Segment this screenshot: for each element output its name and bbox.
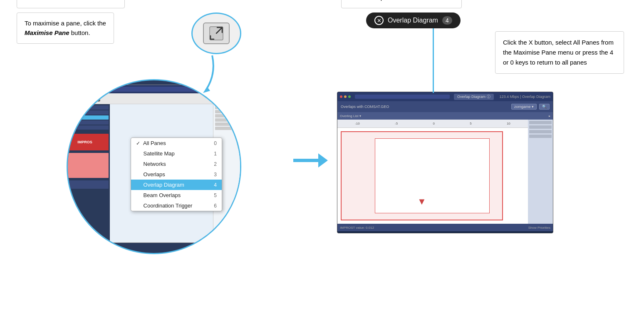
right-scr-toolbar: Overlaps with COMSAT.GEO zomgame ▾ 🔍 xyxy=(337,101,553,112)
right-scr-footer: IMPROST value: 0.012 Show Priorities xyxy=(337,224,553,231)
arrow-right-center xyxy=(291,146,329,177)
callout-bold-italic: Maximise Pane xyxy=(25,29,69,36)
right-scr-subbar: Overling List ▾ ▸ xyxy=(337,112,553,120)
callout-right-text: Click the X button, select All Panes fro… xyxy=(503,39,614,66)
maximise-icon-svg xyxy=(209,26,224,41)
dropdown-item-satellite[interactable]: ✓ Satellite Map 1 xyxy=(131,148,222,159)
callout-line1: To maximise a pane, click the xyxy=(25,20,106,27)
right-sidebar-mini xyxy=(528,120,553,224)
badge-label: Overlap Diagram xyxy=(388,17,438,24)
dropdown-item-overlaps[interactable]: ✓ Overlaps 3 xyxy=(131,169,222,180)
screenshot-inner: ℹ DC IMPROS xyxy=(68,80,240,253)
dropdown-item-beam-overlaps[interactable]: ✓ Beam Overlaps 5 xyxy=(131,190,222,200)
svg-marker-5 xyxy=(318,153,328,168)
annotation-bottom-right: Window changes to show the maximised pan… xyxy=(341,0,462,8)
overlap-badge: ✕ Overlap Diagram 4 xyxy=(366,12,461,28)
page-container: To maximise a pane, click the Maximise P… xyxy=(0,0,644,310)
dropdown-menu: ✓ All Panes 0 ✓ Satellite Map 1 ✓ Networ… xyxy=(131,138,222,211)
screenshot-circle: ℹ DC IMPROS xyxy=(67,79,241,254)
maximise-button-circle xyxy=(191,12,241,54)
overlap-diagram-area: -10 -5 0 5 10 ▼ xyxy=(337,120,528,224)
badge-close-button[interactable]: ✕ xyxy=(374,16,384,25)
callout-line2: button. xyxy=(69,29,90,36)
callout-top-left: To maximise a pane, click the Maximise P… xyxy=(17,12,114,44)
dropdown-item-coord-trigger[interactable]: ✓ Coordination Trigger 6 xyxy=(131,200,222,211)
annotation-bottom-left-text: Select the pane you want to maximise xyxy=(25,0,102,1)
right-scr-content: -10 -5 0 5 10 ▼ xyxy=(337,120,553,224)
right-screenshot: Overlap Diagram ⓘ 123.4 Mbps | Overlap D… xyxy=(337,92,553,233)
dropdown-item-all-panes[interactable]: ✓ All Panes 0 xyxy=(131,138,222,148)
dropdown-item-overlap-diagram[interactable]: ✓ Overlap Diagram 4 xyxy=(131,180,222,190)
badge-number: 4 xyxy=(442,16,452,25)
connector-badge-down xyxy=(433,28,434,93)
maximise-button-icon[interactable] xyxy=(203,22,230,44)
annotation-bottom-right-text: Window changes to show the maximised pan… xyxy=(349,0,430,1)
annotation-bottom-left: Select the pane you want to maximise xyxy=(17,0,125,8)
callout-right: Click the X button, select All Panes fro… xyxy=(495,31,624,74)
dropdown-item-networks[interactable]: ✓ Networks 2 xyxy=(131,159,222,169)
right-scr-header: Overlap Diagram ⓘ 123.4 Mbps | Overlap D… xyxy=(337,92,553,101)
